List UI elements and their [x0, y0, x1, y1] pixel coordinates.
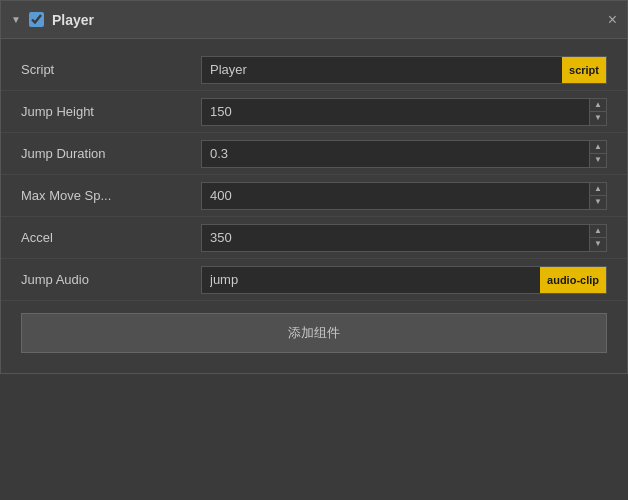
- field-label-jump-audio: Jump Audio: [21, 272, 201, 287]
- jump-height-input[interactable]: [201, 98, 589, 126]
- field-row-accel: Accel ▲ ▼: [1, 217, 627, 259]
- jump-audio-input-wrapper: audio-clip: [201, 266, 607, 294]
- field-label-script: Script: [21, 62, 201, 77]
- number-input-wrapper-jump-duration: ▲ ▼: [201, 140, 607, 168]
- field-control-jump-duration: ▲ ▼: [201, 140, 607, 168]
- audio-clip-badge[interactable]: audio-clip: [540, 267, 606, 293]
- jump-height-spinner: ▲ ▼: [589, 98, 607, 126]
- field-label-jump-duration: Jump Duration: [21, 146, 201, 161]
- script-badge[interactable]: script: [562, 57, 606, 83]
- field-row-script: Script script: [1, 49, 627, 91]
- max-move-speed-input[interactable]: [201, 182, 589, 210]
- accel-input[interactable]: [201, 224, 589, 252]
- max-move-speed-up-button[interactable]: ▲: [590, 183, 606, 197]
- number-input-wrapper-accel: ▲ ▼: [201, 224, 607, 252]
- field-row-max-move-speed: Max Move Sp... ▲ ▼: [1, 175, 627, 217]
- jump-duration-input[interactable]: [201, 140, 589, 168]
- max-move-speed-down-button[interactable]: ▼: [590, 196, 606, 209]
- collapse-arrow[interactable]: ▼: [11, 14, 21, 25]
- accel-spinner: ▲ ▼: [589, 224, 607, 252]
- field-row-jump-height: Jump Height ▲ ▼: [1, 91, 627, 133]
- player-panel: ▼ Player × Script script Jump Height ▲: [0, 0, 628, 374]
- field-control-accel: ▲ ▼: [201, 224, 607, 252]
- panel-enabled-checkbox[interactable]: [29, 12, 44, 27]
- field-label-accel: Accel: [21, 230, 201, 245]
- add-component-button[interactable]: 添加组件: [21, 313, 607, 353]
- field-control-script: script: [201, 56, 607, 84]
- field-control-max-move-speed: ▲ ▼: [201, 182, 607, 210]
- script-input-wrapper: script: [201, 56, 607, 84]
- field-row-jump-duration: Jump Duration ▲ ▼: [1, 133, 627, 175]
- panel-title: Player: [52, 12, 600, 28]
- number-input-wrapper-jump-height: ▲ ▼: [201, 98, 607, 126]
- field-label-jump-height: Jump Height: [21, 104, 201, 119]
- panel-header: ▼ Player ×: [1, 1, 627, 39]
- script-input[interactable]: [202, 57, 562, 83]
- jump-duration-spinner: ▲ ▼: [589, 140, 607, 168]
- jump-audio-input[interactable]: [202, 267, 540, 293]
- accel-down-button[interactable]: ▼: [590, 238, 606, 251]
- jump-duration-up-button[interactable]: ▲: [590, 141, 606, 155]
- field-label-max-move-speed: Max Move Sp...: [21, 188, 201, 203]
- field-control-jump-height: ▲ ▼: [201, 98, 607, 126]
- number-input-wrapper-max-move-speed: ▲ ▼: [201, 182, 607, 210]
- close-icon[interactable]: ×: [608, 12, 617, 28]
- max-move-speed-spinner: ▲ ▼: [589, 182, 607, 210]
- jump-height-down-button[interactable]: ▼: [590, 112, 606, 125]
- panel-content: Script script Jump Height ▲ ▼: [1, 39, 627, 373]
- jump-duration-down-button[interactable]: ▼: [590, 154, 606, 167]
- field-control-jump-audio: audio-clip: [201, 266, 607, 294]
- accel-up-button[interactable]: ▲: [590, 225, 606, 239]
- jump-height-up-button[interactable]: ▲: [590, 99, 606, 113]
- field-row-jump-audio: Jump Audio audio-clip: [1, 259, 627, 301]
